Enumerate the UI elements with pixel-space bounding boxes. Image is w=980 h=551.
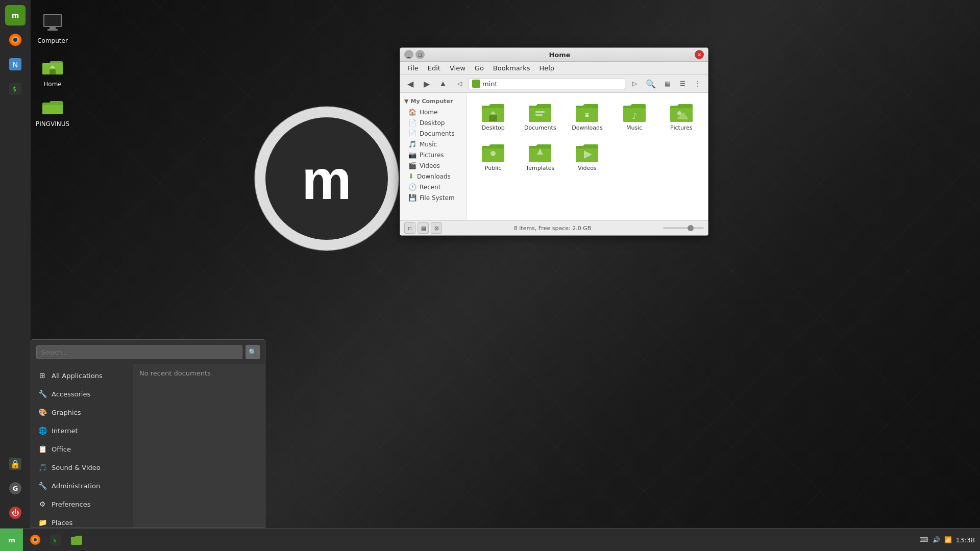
desktop-icon-computer[interactable]: Computer: [30, 8, 76, 47]
category-sound-video-label: Sound & Video: [52, 464, 101, 471]
grid-view-button[interactable]: ▦: [660, 77, 674, 91]
menu-help[interactable]: Help: [535, 63, 558, 73]
sidebar-pictures-icon: 📷: [408, 151, 416, 159]
folder-documents[interactable]: Documents: [519, 98, 561, 134]
sidebar-filesystem-icon: 💾: [408, 194, 416, 202]
sidebar-google-icon[interactable]: G: [5, 478, 26, 498]
svg-point-7: [265, 117, 388, 240]
sidebar-power-icon[interactable]: ⏻: [5, 503, 26, 523]
public-folder-icon: [481, 141, 505, 163]
forward-button[interactable]: ▶: [420, 77, 434, 91]
category-administration[interactable]: 🔧 Administration: [31, 477, 133, 495]
folder-desktop[interactable]: Desktop: [472, 98, 514, 134]
svg-rect-23: [489, 115, 497, 121]
menu-bookmarks[interactable]: Bookmarks: [489, 63, 534, 73]
menu-edit[interactable]: Edit: [424, 63, 445, 73]
sidebar-music[interactable]: 🎵 Music: [400, 139, 466, 149]
taskbar-start-button[interactable]: m: [0, 529, 23, 552]
search-button[interactable]: 🔍: [644, 77, 658, 91]
home-folder-icon: [40, 54, 65, 79]
file-manager-status-icons: □ ▤ ⊡: [404, 222, 442, 234]
maximize-button[interactable]: □: [415, 50, 425, 59]
sidebar-documents[interactable]: 📄 Documents: [400, 128, 466, 139]
folder-public[interactable]: Public: [472, 138, 514, 174]
network-tray-icon[interactable]: 📶: [944, 536, 952, 543]
list-view-button[interactable]: ☰: [675, 77, 690, 91]
svg-rect-1: [44, 15, 61, 26]
recent-documents-label: No recent documents: [139, 369, 211, 377]
zoom-thumb: [688, 225, 694, 231]
system-clock: 13:38: [956, 536, 975, 544]
svg-rect-26: [535, 114, 543, 116]
zoom-slider[interactable]: [663, 227, 704, 229]
window-title: Home: [425, 51, 695, 59]
category-internet[interactable]: 🌐 Internet: [31, 421, 133, 440]
sidebar-recent-icon: 🕐: [408, 183, 416, 191]
videos-folder-icon: [575, 141, 599, 163]
folder-music[interactable]: ♪ Music: [613, 98, 656, 134]
sidebar-desktop[interactable]: 📄 Desktop: [400, 117, 466, 128]
sidebar-filesystem[interactable]: 💾 File System: [400, 192, 466, 203]
menu-view[interactable]: View: [446, 63, 470, 73]
graphics-icon: 🎨: [37, 407, 47, 417]
statusbar-btn1[interactable]: □: [404, 222, 415, 234]
sidebar-music-label: Music: [420, 141, 437, 148]
category-preferences-label: Preferences: [52, 500, 90, 508]
app-menu-categories: ⊞ All Applications 🔧 Accessories 🎨 Graph…: [31, 364, 133, 528]
minimize-button[interactable]: _: [404, 50, 413, 59]
close-button[interactable]: ✕: [695, 50, 704, 59]
sidebar-downloads[interactable]: ⬇ Downloads: [400, 171, 466, 182]
app-menu-search-button[interactable]: 🔍: [246, 345, 260, 359]
sidebar-home-icon: 🏠: [408, 108, 416, 116]
sidebar-terminal-icon[interactable]: $: [5, 79, 26, 99]
taskbar-firefox[interactable]: [26, 531, 44, 549]
app-menu-search-input[interactable]: [36, 345, 242, 359]
svg-point-9: [255, 107, 398, 250]
category-preferences[interactable]: ⚙ Preferences: [31, 495, 133, 513]
svg-text:m: m: [302, 148, 352, 211]
statusbar-btn2[interactable]: ▤: [418, 222, 429, 234]
up-button[interactable]: ▲: [436, 77, 450, 91]
sidebar-pictures[interactable]: 📷 Pictures: [400, 149, 466, 160]
category-office[interactable]: 📋 Office: [31, 440, 133, 458]
desktop-icon-home[interactable]: Home: [30, 51, 76, 91]
sidebar-recent[interactable]: 🕐 Recent: [400, 182, 466, 192]
desktop-icon-pingvinus[interactable]: PINGVINUS: [30, 91, 76, 131]
sidebar-mintmenu-icon[interactable]: m: [5, 5, 26, 26]
pictures-folder-icon: [669, 101, 694, 122]
taskbar-terminal[interactable]: $: [46, 531, 65, 549]
menu-go[interactable]: Go: [471, 63, 488, 73]
svg-text:$: $: [12, 85, 16, 93]
sidebar-desktop-label: Desktop: [420, 119, 445, 127]
folder-videos[interactable]: Videos: [566, 138, 608, 174]
volume-tray-icon[interactable]: 🔊: [933, 536, 940, 543]
category-places[interactable]: 📁 Places: [31, 513, 133, 528]
sidebar-keepass-icon[interactable]: 🔒: [5, 454, 26, 474]
taskbar-system-tray: ⌨ 🔊 📶 13:38: [919, 536, 980, 544]
path-left-button[interactable]: ◁: [452, 77, 467, 91]
sidebar-home[interactable]: 🏠 Home: [400, 107, 466, 117]
file-manager-sidebar: ▼ My Computer 🏠 Home 📄 Desktop 📄 Documen…: [400, 93, 467, 220]
documents-folder-icon: [528, 101, 552, 122]
category-sound-video[interactable]: 🎵 Sound & Video: [31, 458, 133, 477]
folder-downloads[interactable]: Downloads: [566, 98, 608, 134]
folder-pictures[interactable]: Pictures: [660, 98, 703, 134]
svg-text:♪: ♪: [632, 111, 637, 121]
computer-icon: [40, 11, 65, 35]
folder-templates[interactable]: Templates: [519, 138, 561, 174]
category-graphics[interactable]: 🎨 Graphics: [31, 403, 133, 421]
statusbar-btn3[interactable]: ⊡: [431, 222, 442, 234]
sidebar-networkmanager-icon[interactable]: N: [5, 54, 26, 74]
templates-folder-icon: [528, 141, 552, 163]
sidebar-videos[interactable]: 🎬 Videos: [400, 160, 466, 171]
more-options-button[interactable]: ⋮: [691, 77, 705, 91]
back-button[interactable]: ◀: [403, 77, 418, 91]
taskbar-files[interactable]: [67, 531, 85, 549]
menu-file[interactable]: File: [403, 63, 423, 73]
category-all-applications[interactable]: ⊞ All Applications: [31, 366, 133, 385]
category-accessories[interactable]: 🔧 Accessories: [31, 385, 133, 403]
sidebar-firefox-icon[interactable]: [5, 30, 26, 50]
taskbar: m $ ⌨: [0, 528, 980, 551]
path-right-button[interactable]: ▷: [627, 77, 642, 91]
sound-video-icon: 🎵: [37, 462, 47, 472]
